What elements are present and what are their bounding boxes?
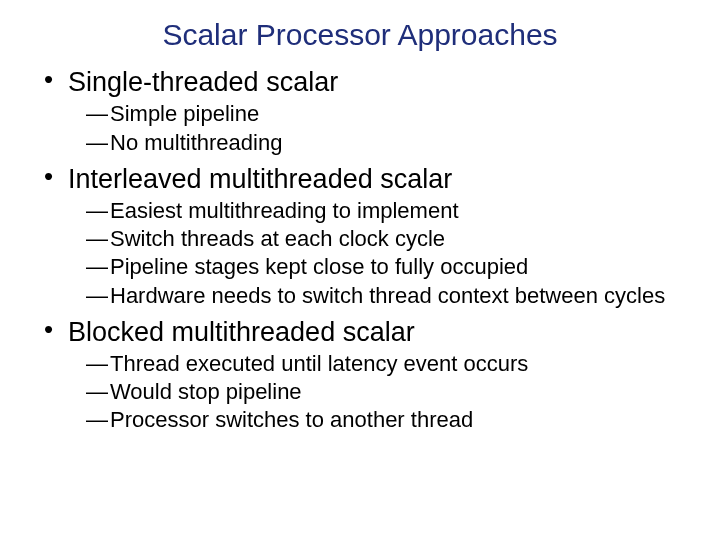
sub-list: Thread executed until latency event occu… [68,350,682,434]
sub-list-item: Switch threads at each clock cycle [86,225,682,253]
sub-list: Simple pipeline No multithreading [68,100,682,156]
bullet-list: Single-threaded scalar Simple pipeline N… [38,66,682,435]
list-item-label: Interleaved multithreaded scalar [68,164,452,194]
list-item-label: Blocked multithreaded scalar [68,317,415,347]
sub-list-item: Hardware needs to switch thread context … [86,282,682,310]
sub-list-item: Pipeline stages kept close to fully occu… [86,253,682,281]
slide: Scalar Processor Approaches Single-threa… [0,0,720,540]
sub-list-item: No multithreading [86,129,682,157]
sub-list-item: Simple pipeline [86,100,682,128]
sub-list-item: Processor switches to another thread [86,406,682,434]
list-item: Single-threaded scalar Simple pipeline N… [38,66,682,157]
slide-title: Scalar Processor Approaches [38,18,682,52]
sub-list: Easiest multithreading to implement Swit… [68,197,682,310]
sub-list-item: Thread executed until latency event occu… [86,350,682,378]
list-item: Interleaved multithreaded scalar Easiest… [38,163,682,310]
sub-list-item: Would stop pipeline [86,378,682,406]
sub-list-item: Easiest multithreading to implement [86,197,682,225]
list-item-label: Single-threaded scalar [68,67,338,97]
list-item: Blocked multithreaded scalar Thread exec… [38,316,682,435]
